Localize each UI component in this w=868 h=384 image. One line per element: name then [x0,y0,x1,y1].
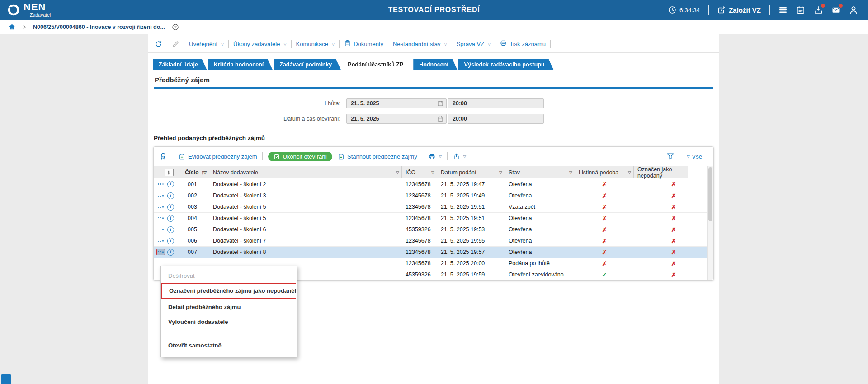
row-menu-button[interactable] [156,204,165,210]
filter-icon[interactable]: ▽ [569,170,572,175]
menu-item-detail-p-edb-n-ho-z-jmu[interactable]: Detail předběžného zájmu [161,300,297,314]
export-table-button[interactable]: ▽ [453,153,466,160]
filter-funnel-icon[interactable] [666,152,675,160]
cross-icon: ✗ [671,238,676,244]
column-header-ozn[interactable]: Označen jako nepodaný [634,166,688,178]
column-header-actions[interactable] [154,166,181,178]
record-menu-dokumenty[interactable]: Dokumenty [344,40,383,48]
cell-oznacen-jako-nepodany: ✗ [634,201,713,212]
column-header-nazev[interactable]: Název dodavatele▽ [209,166,402,178]
filter-icon[interactable]: ▽ [396,170,399,175]
column-header-datum[interactable]: Datum podání▽ [437,166,505,178]
evidovat-predbezny-zajem-button[interactable]: Evidovat předběžný zájem [179,153,257,160]
filter-icon[interactable]: ▽ [203,170,207,175]
chevron-down-icon: ▽ [463,155,466,159]
document-icon [344,40,351,48]
downloads-tray-button[interactable] [814,5,823,14]
date-input[interactable]: 21. 5. 2025 [346,98,447,108]
table-scrollbar[interactable] [707,166,713,280]
print-table-button[interactable]: ▽ [429,153,442,160]
row-info-button[interactable]: i [167,249,174,256]
record-menu-nestandardn-stav[interactable]: Nestandardní stav▽ [393,41,447,47]
cell-datum-podani: 21. 5. 2025 19:51 [437,201,505,212]
tab-krit-ria-hodnocen-[interactable]: Kritéria hodnocení [208,59,273,70]
row-info-button[interactable]: i [167,204,174,211]
menu-item-vylou-en-dodavatele[interactable]: Vyloučení dodavatele [161,314,297,329]
refresh-icon[interactable] [155,40,162,48]
row-actions-cell: i [154,224,181,235]
tab-pod-n-astn-k-zp[interactable]: Podání účastníků ZP [342,59,412,70]
column-settings-icon[interactable] [165,169,174,176]
table-row[interactable]: i007Dodavatel - školení 81234567821. 5. … [154,246,713,258]
filter-icon[interactable]: ▽ [628,170,631,175]
home-icon[interactable] [8,23,16,31]
toolbar-divider [447,152,448,160]
user-profile-icon[interactable] [849,5,858,14]
filter-icon[interactable]: ▽ [431,170,434,175]
logo-text: NEN [24,2,51,12]
corner-widget-button[interactable] [1,374,11,384]
calendar-icon[interactable] [796,5,805,14]
cell-datum-podani: 21. 5. 2025 19:55 [437,235,505,246]
table-row[interactable]: i002Dodavatel - školení 31234567821. 5. … [154,190,713,201]
table-row[interactable]: i001Dodavatel - školení 21234567821. 5. … [154,178,713,190]
filter-all-dropdown[interactable]: ▽ Vše [686,153,702,160]
field-label: Datum a čas otevírání: [148,116,346,122]
messages-button[interactable] [831,5,840,14]
column-header-list[interactable]: Listinná podoba▽ [575,166,634,178]
close-record-icon[interactable] [172,23,179,31]
record-menu--kony-zadavatele[interactable]: Úkony zadavatele▽ [233,41,287,47]
tab-z-kladn-daje[interactable]: Základní údaje [153,59,207,70]
ukoncit-otevirani-button[interactable]: Ukončit otevírání [268,152,332,161]
scrollbar-thumb[interactable] [708,167,712,221]
chevron-down-icon: ▽ [332,42,335,46]
menu-item-otev-t-samostatn-[interactable]: Otevřít samostatně [161,338,297,353]
downloads-notification-badge [821,4,825,8]
filter-icon[interactable]: ▽ [499,170,502,175]
tab-hodnocen-[interactable]: Hodnocení [413,59,458,70]
table-row[interactable]: i004Dodavatel - školení 51234567821. 5. … [154,212,713,224]
record-menu-label: Komunikace [296,41,329,47]
table-row[interactable]: i003Dodavatel - školení 51234567821. 5. … [154,201,713,212]
row-menu-button[interactable] [156,192,165,199]
row-menu-button[interactable] [156,181,165,187]
row-info-button[interactable]: i [167,181,174,187]
row-menu-button[interactable] [156,238,165,244]
column-header-cislo[interactable]: Číslo↑▽ [181,166,209,178]
tab-v-sledek-zad-vac-ho-postupu[interactable]: Výsledek zadávacího postupu [458,59,554,70]
nen-logo[interactable]: NEN Zadavatel [7,2,51,18]
create-vz-button[interactable]: Založit VZ [717,6,761,14]
table-row[interactable]: i006Dodavatel - školení 71234567821. 5. … [154,235,713,246]
date-input[interactable]: 21. 5. 2025 [346,114,447,124]
breadcrumb-record-title[interactable]: N006/25/V00004860 - Inovace v rozvoji ří… [33,24,165,30]
row-menu-button[interactable] [156,226,165,233]
menu-item-ozna-en-p-edb-n-ho-z-jmu-jako-nepodan-ho[interactable]: Označení předběžného zájmu jako nepodané… [161,283,296,299]
row-menu-button[interactable] [156,215,165,221]
toolbar-divider [339,40,340,48]
cell-oznacen-jako-nepodany: ✗ [634,269,713,280]
row-info-button[interactable]: i [167,215,174,222]
stahnout-predbezne-zajmy-button[interactable]: Stáhnout předběžné zájmy [338,153,417,160]
row-info-button[interactable]: i [167,226,174,233]
award-icon[interactable] [159,152,167,160]
record-menu-spr-va-vz[interactable]: Správa VZ▽ [457,41,491,47]
calendar-icon[interactable] [437,100,443,107]
tab-zad-vac-podm-nky[interactable]: Zadávací podmínky [274,59,341,70]
row-actions-cell: i [154,213,181,224]
submissions-table-title: Přehled podaných předběžných zájmů [154,135,713,141]
cell-stav: Otevření zaevidováno [505,269,575,280]
table-row[interactable]: i005Dodavatel - školení 64535932621. 5. … [154,224,713,235]
row-info-button[interactable]: i [167,238,174,244]
row-info-button[interactable]: i [167,192,174,199]
toolbar-divider [423,152,423,160]
column-header-stav[interactable]: Stav▽ [505,166,575,178]
menu-hamburger-icon[interactable] [778,5,788,14]
time-input[interactable]: 20:00 [448,98,544,108]
column-header-ico[interactable]: IČO▽ [402,166,437,178]
time-input[interactable]: 20:00 [448,114,544,124]
row-menu-button[interactable] [156,249,165,255]
record-menu-uve-ejn-n-[interactable]: Uveřejnění▽ [189,41,224,47]
calendar-icon[interactable] [437,116,443,122]
record-menu-komunikace[interactable]: Komunikace▽ [296,41,335,47]
record-menu-tisk-z-znamu[interactable]: Tisk záznamu [500,40,546,48]
